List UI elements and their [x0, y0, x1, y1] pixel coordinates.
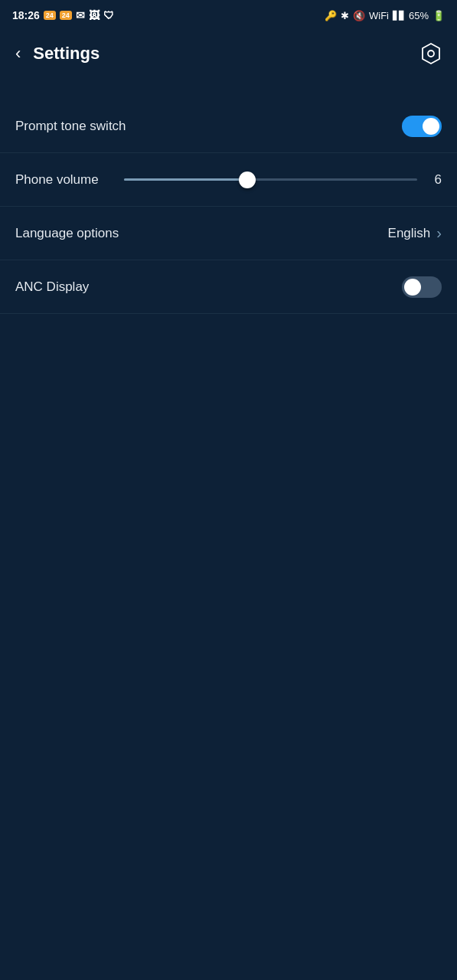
language-options-row[interactable]: Language options English ›	[0, 207, 457, 260]
battery-level: 65%	[409, 10, 429, 21]
notification-badge-1: 24	[44, 11, 56, 20]
hex-settings-icon	[419, 42, 442, 65]
status-left: 18:26 24 24 ✉ 🖼 🛡	[12, 9, 114, 21]
volume-row-inner: Phone volume 6	[15, 169, 442, 191]
settings-icon-button[interactable]	[417, 40, 445, 67]
wifi-icon: WiFi	[369, 10, 389, 21]
prompt-tone-toggle[interactable]	[402, 116, 442, 137]
volume-slider[interactable]	[124, 169, 417, 191]
bluetooth-icon: ✱	[341, 10, 349, 21]
language-value: English	[388, 226, 431, 241]
slider-thumb[interactable]	[239, 172, 256, 188]
svg-point-1	[428, 51, 434, 57]
mute-icon: 🔇	[353, 10, 365, 21]
prompt-tone-row: Prompt tone switch	[0, 100, 457, 153]
signal-icon: ▋▊	[393, 11, 405, 21]
anc-display-knob	[404, 279, 421, 296]
status-bar: 18:26 24 24 ✉ 🖼 🛡 🔑 ✱ 🔇 WiFi ▋▊ 65% 🔋	[0, 0, 457, 31]
slider-track	[124, 178, 417, 181]
status-right: 🔑 ✱ 🔇 WiFi ▋▊ 65% 🔋	[325, 10, 445, 21]
anc-display-row: ANC Display	[0, 260, 457, 314]
prompt-tone-label: Prompt tone switch	[15, 119, 126, 134]
battery-icon: 🔋	[433, 10, 445, 21]
svg-marker-0	[423, 44, 439, 64]
phone-volume-row: Phone volume 6	[0, 153, 457, 207]
key-icon: 🔑	[325, 10, 337, 21]
anc-display-label: ANC Display	[15, 279, 89, 295]
time-display: 18:26	[12, 9, 40, 21]
page-title: Settings	[33, 44, 408, 64]
settings-list: Prompt tone switch Phone volume 6 Langua…	[0, 100, 457, 314]
app-bar: ‹ Settings	[0, 31, 457, 77]
chevron-right-icon: ›	[436, 224, 442, 242]
mail-icon: ✉	[76, 9, 85, 21]
slider-fill	[124, 178, 247, 181]
anc-display-toggle[interactable]	[402, 276, 442, 298]
back-button[interactable]: ‹	[12, 42, 24, 65]
shield-icon: 🛡	[103, 9, 114, 21]
phone-volume-label: Phone volume	[15, 172, 115, 188]
volume-value: 6	[426, 172, 442, 188]
language-right: English ›	[388, 224, 442, 242]
anc-display-right	[402, 276, 442, 298]
prompt-tone-knob	[423, 118, 439, 135]
notification-badge-2: 24	[60, 11, 72, 20]
image-icon: 🖼	[89, 9, 100, 21]
language-options-label: Language options	[15, 226, 119, 241]
prompt-tone-right	[402, 116, 442, 137]
